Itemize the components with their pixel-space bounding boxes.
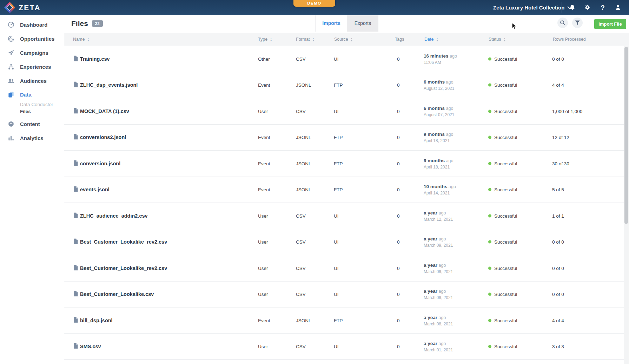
file-icon bbox=[73, 55, 78, 62]
file-date: 10 months agoApril 14, 2021 bbox=[424, 184, 456, 196]
table-row[interactable]: conversion.jsonlEventJSONLFTP09 months a… bbox=[64, 151, 629, 177]
table-row[interactable]: ZLHC_dsp_events.jsonlEventJSONLFTP06 mon… bbox=[64, 72, 629, 99]
zeta-logo[interactable]: ZETA bbox=[6, 0, 41, 15]
notifications-bell-icon[interactable] bbox=[567, 0, 577, 15]
file-format: CSV bbox=[296, 108, 306, 114]
account-switcher[interactable]: Zeta Luxury Hotel Collection bbox=[493, 0, 572, 15]
sidebar-item-content[interactable]: Content bbox=[0, 120, 64, 128]
file-date: a year agoMarch 09, 2021 bbox=[424, 262, 453, 274]
file-status: Successful bbox=[488, 213, 517, 218]
file-tags-count: 0 bbox=[397, 213, 400, 218]
sidebar-item-campaigns[interactable]: Campaigns bbox=[0, 48, 64, 57]
status-dot-icon bbox=[488, 188, 491, 191]
file-name[interactable]: Best_Customer_Lookalike.csv bbox=[80, 291, 154, 297]
file-name[interactable]: bill_dsp.jsonl bbox=[80, 318, 113, 323]
file-name[interactable]: Best_Customer_Lookalike_rev2.csv bbox=[80, 265, 167, 271]
file-rows-processed: 12 of 12 bbox=[552, 135, 569, 140]
table-row[interactable]: Best_Customer_Lookalike_rev2.csvUserCSVU… bbox=[64, 229, 629, 256]
file-icon bbox=[73, 160, 78, 167]
file-date: a year agoMarch 09, 2021 bbox=[424, 289, 453, 300]
sidebar-item-files[interactable]: Files bbox=[0, 108, 64, 115]
help-question-icon[interactable]: ? bbox=[597, 0, 608, 15]
sidebar-item-analytics[interactable]: Analytics bbox=[0, 134, 64, 142]
sidebar-item-data-conductor[interactable]: Data Conductor bbox=[0, 101, 64, 108]
page-title: Files bbox=[71, 19, 88, 28]
table-row[interactable]: ZLHC_audience_addin2.csvUserCSVUI0a year… bbox=[64, 203, 629, 229]
file-icon bbox=[73, 134, 78, 141]
table-row[interactable]: MOCK_DATA (1).csvUserCSVUI06 months agoA… bbox=[64, 98, 629, 125]
file-tags-count: 0 bbox=[397, 108, 400, 114]
search-button[interactable] bbox=[557, 18, 568, 28]
status-dot-icon bbox=[488, 240, 491, 244]
column-header-name[interactable]: Name▲▼ bbox=[73, 33, 90, 46]
file-name[interactable]: Training.csv bbox=[80, 56, 110, 62]
tab-exports[interactable]: Exports bbox=[347, 15, 378, 32]
file-rows-processed: 4 of 4 bbox=[552, 318, 564, 323]
column-header-type[interactable]: Type▲▼ bbox=[258, 33, 272, 46]
tab-imports[interactable]: Imports bbox=[315, 15, 347, 32]
sort-arrows-icon: ▲▼ bbox=[270, 38, 272, 41]
header-divider bbox=[589, 18, 589, 28]
column-header-date[interactable]: Date▲▼ bbox=[424, 33, 438, 46]
file-format: JSONL bbox=[296, 187, 311, 192]
table-row[interactable]: bill_dsp.jsonlEventJSONLFTP0a year agoMa… bbox=[64, 307, 629, 334]
file-tags-count: 0 bbox=[397, 292, 400, 297]
file-format: CSV bbox=[296, 292, 306, 297]
sidebar-item-audiences[interactable]: Audiences bbox=[0, 77, 64, 85]
column-header-status[interactable]: Status▲▼ bbox=[489, 33, 506, 46]
file-name[interactable]: conversions2.jsonl bbox=[80, 134, 126, 140]
file-status: Successful bbox=[488, 292, 517, 297]
file-name[interactable]: conversion.jsonl bbox=[80, 161, 120, 166]
file-name[interactable]: ZLHC_audience_addin2.csv bbox=[80, 213, 148, 219]
status-dot-icon bbox=[488, 136, 491, 139]
file-tags-count: 0 bbox=[397, 344, 400, 349]
table-row[interactable]: SMS.csvUserCSVUI0a year agoMarch 01, 202… bbox=[64, 334, 629, 360]
file-name[interactable]: ZLHC_dsp_events.jsonl bbox=[80, 82, 138, 88]
table-row[interactable]: events.jsonlEventJSONLFTP010 months agoA… bbox=[64, 177, 629, 203]
table-row[interactable]: conversions2.jsonlEventJSONLFTP09 months… bbox=[64, 125, 629, 151]
status-dot-icon bbox=[488, 266, 491, 270]
file-source: UI bbox=[334, 108, 339, 114]
table-row[interactable]: Training.csvOtherCSVUI016 minutes ago11:… bbox=[64, 46, 629, 72]
sidebar-item-dashboard[interactable]: Dashboard bbox=[0, 20, 64, 29]
data-files-icon bbox=[7, 91, 14, 98]
file-status: Successful bbox=[488, 187, 517, 192]
filter-button[interactable] bbox=[572, 18, 583, 28]
sidebar-item-opportunities[interactable]: Opportunities bbox=[0, 34, 64, 43]
column-header-format[interactable]: Format▲▼ bbox=[296, 33, 314, 46]
sidebar-item-experiences[interactable]: Experiences bbox=[0, 62, 64, 71]
status-dot-icon bbox=[488, 214, 491, 217]
sidebar-item-data[interactable]: Data bbox=[0, 90, 64, 99]
file-status: Successful bbox=[488, 135, 517, 140]
file-tags-count: 0 bbox=[397, 135, 400, 140]
settings-gear-icon[interactable] bbox=[582, 0, 592, 15]
file-name[interactable]: events.jsonl bbox=[80, 187, 110, 192]
file-tags-count: 0 bbox=[397, 239, 400, 245]
file-name[interactable]: MOCK_DATA (1).csv bbox=[80, 108, 129, 114]
file-type: User bbox=[258, 344, 268, 349]
file-tags-count: 0 bbox=[397, 265, 400, 271]
file-tags-count: 0 bbox=[397, 82, 400, 88]
file-date: 6 months agoAugust 07, 2021 bbox=[424, 105, 454, 117]
file-status: Successful bbox=[488, 239, 517, 245]
import-file-button[interactable]: Import File bbox=[594, 19, 626, 29]
file-name[interactable]: SMS.csv bbox=[80, 344, 101, 349]
topbar: ZETA DEMO Zeta Luxury Hotel Collection ? bbox=[0, 0, 629, 15]
tab-bar: Imports Exports bbox=[315, 15, 378, 32]
vertical-scrollbar-track[interactable] bbox=[624, 46, 629, 364]
vertical-scrollbar-thumb[interactable] bbox=[624, 47, 628, 224]
user-profile-icon[interactable] bbox=[613, 0, 623, 15]
sort-arrows-icon: ▲▼ bbox=[436, 38, 438, 41]
file-date: 9 months agoApril 18, 2021 bbox=[424, 132, 453, 143]
file-status: Successful bbox=[488, 265, 517, 271]
table-row[interactable]: Best_Customer_Lookalike_rev2.csvUserCSVU… bbox=[64, 255, 629, 282]
file-rows-processed: 0 of 0 bbox=[552, 56, 564, 61]
file-format: JSONL bbox=[296, 135, 311, 140]
file-tags-count: 0 bbox=[397, 161, 400, 166]
file-name[interactable]: Best_Customer_Lookalike_rev2.csv bbox=[80, 239, 167, 245]
column-header-source[interactable]: Source▲▼ bbox=[334, 33, 353, 46]
table-row[interactable]: Best_Customer_Lookalike.csvUserCSVUI0a y… bbox=[64, 282, 629, 308]
file-type: Other bbox=[258, 56, 270, 61]
file-status: Successful bbox=[488, 318, 517, 323]
file-type: User bbox=[258, 292, 268, 297]
